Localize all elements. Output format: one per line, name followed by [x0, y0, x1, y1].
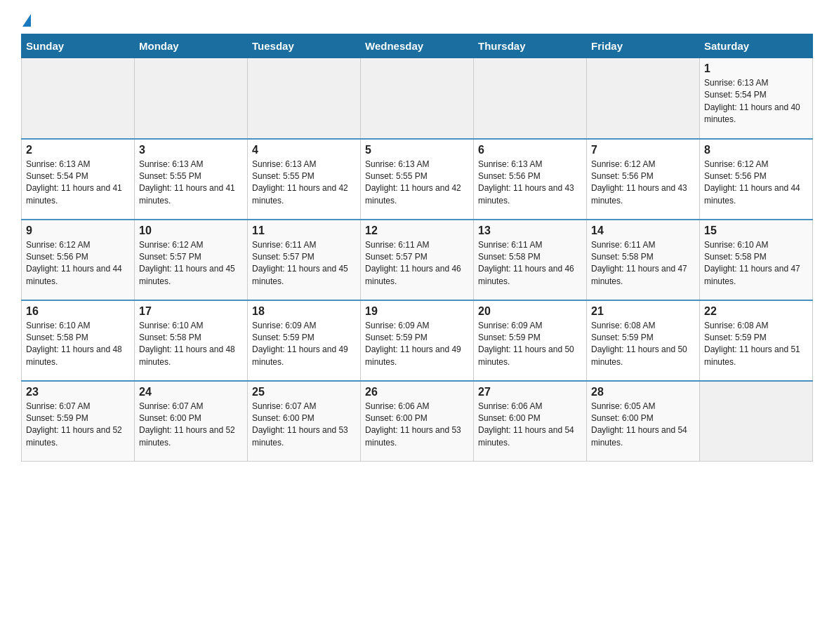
day-number: 27: [478, 386, 582, 398]
logo-triangle-icon: [22, 14, 31, 27]
day-number: 1: [704, 62, 808, 75]
calendar-row-2: 2Sunrise: 6:13 AM Sunset: 5:54 PM Daylig…: [22, 139, 813, 220]
day-info: Sunrise: 6:09 AM Sunset: 5:59 PM Dayligh…: [252, 320, 356, 369]
calendar-cell: 18Sunrise: 6:09 AM Sunset: 5:59 PM Dayli…: [248, 300, 361, 381]
day-info: Sunrise: 6:13 AM Sunset: 5:54 PM Dayligh…: [704, 77, 808, 126]
calendar-cell: 14Sunrise: 6:11 AM Sunset: 5:58 PM Dayli…: [587, 220, 700, 300]
day-info: Sunrise: 6:10 AM Sunset: 5:58 PM Dayligh…: [139, 320, 243, 369]
calendar-cell: 1Sunrise: 6:13 AM Sunset: 5:54 PM Daylig…: [700, 58, 813, 139]
day-info: Sunrise: 6:13 AM Sunset: 5:55 PM Dayligh…: [365, 159, 469, 208]
day-number: 15: [704, 224, 808, 237]
calendar-row-3: 9Sunrise: 6:12 AM Sunset: 5:56 PM Daylig…: [22, 220, 813, 300]
day-number: 8: [704, 144, 808, 156]
day-info: Sunrise: 6:08 AM Sunset: 5:59 PM Dayligh…: [591, 320, 695, 369]
day-info: Sunrise: 6:07 AM Sunset: 5:59 PM Dayligh…: [26, 401, 130, 450]
calendar-cell: [248, 58, 361, 139]
header-cell-monday: Monday: [135, 34, 248, 58]
day-number: 14: [591, 224, 695, 237]
calendar-cell: 26Sunrise: 6:06 AM Sunset: 6:00 PM Dayli…: [361, 381, 474, 462]
day-info: Sunrise: 6:11 AM Sunset: 5:58 PM Dayligh…: [478, 239, 582, 288]
day-number: 7: [591, 144, 695, 156]
header-cell-tuesday: Tuesday: [248, 34, 361, 58]
calendar-cell: 17Sunrise: 6:10 AM Sunset: 5:58 PM Dayli…: [135, 300, 248, 381]
day-number: 10: [139, 224, 243, 237]
calendar-cell: 4Sunrise: 6:13 AM Sunset: 5:55 PM Daylig…: [248, 139, 361, 220]
header-row: SundayMondayTuesdayWednesdayThursdayFrid…: [22, 34, 813, 58]
day-number: 6: [478, 144, 582, 156]
calendar-cell: [22, 58, 135, 139]
day-info: Sunrise: 6:13 AM Sunset: 5:55 PM Dayligh…: [252, 159, 356, 208]
day-number: 12: [365, 224, 469, 237]
day-info: Sunrise: 6:11 AM Sunset: 5:58 PM Dayligh…: [591, 239, 695, 288]
logo: [21, 14, 32, 27]
header-cell-thursday: Thursday: [474, 34, 587, 58]
day-info: Sunrise: 6:11 AM Sunset: 5:57 PM Dayligh…: [252, 239, 356, 288]
day-number: 17: [139, 305, 243, 318]
day-info: Sunrise: 6:13 AM Sunset: 5:54 PM Dayligh…: [26, 159, 130, 208]
day-info: Sunrise: 6:12 AM Sunset: 5:57 PM Dayligh…: [139, 239, 243, 288]
calendar-cell: 24Sunrise: 6:07 AM Sunset: 6:00 PM Dayli…: [135, 381, 248, 462]
calendar-cell: 8Sunrise: 6:12 AM Sunset: 5:56 PM Daylig…: [700, 139, 813, 220]
day-number: 16: [26, 305, 130, 318]
day-number: 19: [365, 305, 469, 318]
day-number: 2: [26, 144, 130, 156]
day-info: Sunrise: 6:12 AM Sunset: 5:56 PM Dayligh…: [591, 159, 695, 208]
day-info: Sunrise: 6:07 AM Sunset: 6:00 PM Dayligh…: [139, 401, 243, 450]
calendar-cell: 11Sunrise: 6:11 AM Sunset: 5:57 PM Dayli…: [248, 220, 361, 300]
calendar-row-1: 1Sunrise: 6:13 AM Sunset: 5:54 PM Daylig…: [22, 58, 813, 139]
day-info: Sunrise: 6:08 AM Sunset: 5:59 PM Dayligh…: [704, 320, 808, 369]
calendar-cell: [587, 58, 700, 139]
day-number: 20: [478, 305, 582, 318]
calendar-cell: 28Sunrise: 6:05 AM Sunset: 6:00 PM Dayli…: [587, 381, 700, 462]
calendar-cell: [361, 58, 474, 139]
day-number: 13: [478, 224, 582, 237]
day-number: 25: [252, 386, 356, 398]
calendar-cell: 21Sunrise: 6:08 AM Sunset: 5:59 PM Dayli…: [587, 300, 700, 381]
calendar-cell: 20Sunrise: 6:09 AM Sunset: 5:59 PM Dayli…: [474, 300, 587, 381]
day-number: 26: [365, 386, 469, 398]
calendar-cell: [135, 58, 248, 139]
day-number: 11: [252, 224, 356, 237]
calendar-cell: 6Sunrise: 6:13 AM Sunset: 5:56 PM Daylig…: [474, 139, 587, 220]
calendar-cell: 13Sunrise: 6:11 AM Sunset: 5:58 PM Dayli…: [474, 220, 587, 300]
calendar-cell: 7Sunrise: 6:12 AM Sunset: 5:56 PM Daylig…: [587, 139, 700, 220]
page-header: [21, 14, 813, 27]
calendar-cell: 10Sunrise: 6:12 AM Sunset: 5:57 PM Dayli…: [135, 220, 248, 300]
calendar-cell: 5Sunrise: 6:13 AM Sunset: 5:55 PM Daylig…: [361, 139, 474, 220]
day-info: Sunrise: 6:09 AM Sunset: 5:59 PM Dayligh…: [365, 320, 469, 369]
calendar-cell: 9Sunrise: 6:12 AM Sunset: 5:56 PM Daylig…: [22, 220, 135, 300]
day-number: 9: [26, 224, 130, 237]
header-cell-sunday: Sunday: [22, 34, 135, 58]
header-cell-friday: Friday: [587, 34, 700, 58]
calendar-body: 1Sunrise: 6:13 AM Sunset: 5:54 PM Daylig…: [22, 58, 813, 462]
day-number: 4: [252, 144, 356, 156]
day-info: Sunrise: 6:12 AM Sunset: 5:56 PM Dayligh…: [704, 159, 808, 208]
calendar-cell: 22Sunrise: 6:08 AM Sunset: 5:59 PM Dayli…: [700, 300, 813, 381]
day-info: Sunrise: 6:13 AM Sunset: 5:55 PM Dayligh…: [139, 159, 243, 208]
calendar-row-4: 16Sunrise: 6:10 AM Sunset: 5:58 PM Dayli…: [22, 300, 813, 381]
calendar-cell: 12Sunrise: 6:11 AM Sunset: 5:57 PM Dayli…: [361, 220, 474, 300]
day-number: 5: [365, 144, 469, 156]
day-info: Sunrise: 6:06 AM Sunset: 6:00 PM Dayligh…: [365, 401, 469, 450]
day-number: 24: [139, 386, 243, 398]
day-info: Sunrise: 6:10 AM Sunset: 5:58 PM Dayligh…: [26, 320, 130, 369]
calendar-cell: 15Sunrise: 6:10 AM Sunset: 5:58 PM Dayli…: [700, 220, 813, 300]
calendar-cell: [700, 381, 813, 462]
day-info: Sunrise: 6:12 AM Sunset: 5:56 PM Dayligh…: [26, 239, 130, 288]
calendar-header: SundayMondayTuesdayWednesdayThursdayFrid…: [22, 34, 813, 58]
calendar-cell: 27Sunrise: 6:06 AM Sunset: 6:00 PM Dayli…: [474, 381, 587, 462]
day-info: Sunrise: 6:05 AM Sunset: 6:00 PM Dayligh…: [591, 401, 695, 450]
calendar-cell: 19Sunrise: 6:09 AM Sunset: 5:59 PM Dayli…: [361, 300, 474, 381]
calendar-cell: 3Sunrise: 6:13 AM Sunset: 5:55 PM Daylig…: [135, 139, 248, 220]
header-cell-wednesday: Wednesday: [361, 34, 474, 58]
day-info: Sunrise: 6:13 AM Sunset: 5:56 PM Dayligh…: [478, 159, 582, 208]
calendar-cell: 23Sunrise: 6:07 AM Sunset: 5:59 PM Dayli…: [22, 381, 135, 462]
calendar-row-5: 23Sunrise: 6:07 AM Sunset: 5:59 PM Dayli…: [22, 381, 813, 462]
calendar-cell: 2Sunrise: 6:13 AM Sunset: 5:54 PM Daylig…: [22, 139, 135, 220]
calendar-cell: [474, 58, 587, 139]
day-number: 3: [139, 144, 243, 156]
day-number: 22: [704, 305, 808, 318]
day-info: Sunrise: 6:09 AM Sunset: 5:59 PM Dayligh…: [478, 320, 582, 369]
day-number: 21: [591, 305, 695, 318]
day-info: Sunrise: 6:07 AM Sunset: 6:00 PM Dayligh…: [252, 401, 356, 450]
